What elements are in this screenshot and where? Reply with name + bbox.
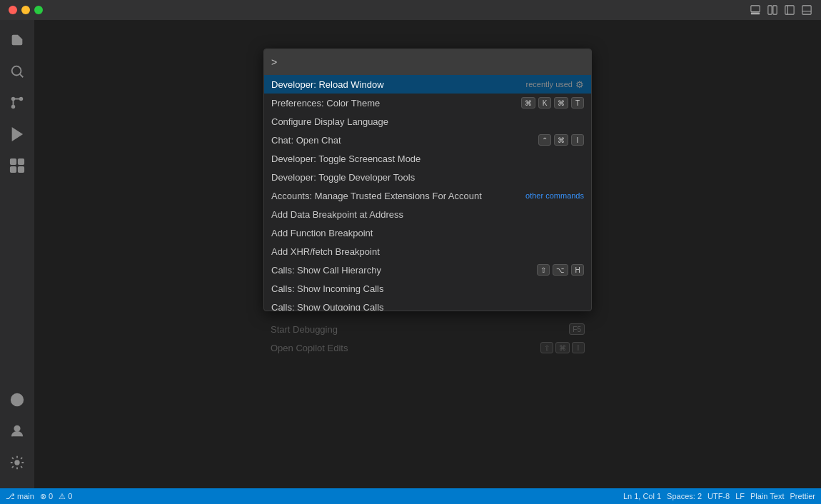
- palette-item-accounts-manage-trusted[interactable]: Accounts: Manage Trusted Extensions For …: [264, 186, 591, 205]
- sidebar-item-settings[interactable]: [3, 448, 31, 477]
- svg-point-8: [12, 66, 21, 76]
- ghost-command-label: Open Copilot Edits: [271, 343, 348, 353]
- palette-item-calls-show-call-hierarchy[interactable]: Calls: Show Call Hierarchy⇧⌥H: [264, 261, 591, 279]
- palette-input[interactable]: [280, 57, 584, 68]
- palette-item-calls-show-outgoing-calls[interactable]: Calls: Show Outgoing Calls: [264, 298, 591, 311]
- palette-item-add-data-breakpoint[interactable]: Add Data Breakpoint at Address: [264, 205, 591, 223]
- status-language[interactable]: Plain Text: [750, 492, 785, 500]
- palette-item-label: Add Function Breakpoint: [271, 228, 373, 238]
- other-commands-badge: other commands: [525, 191, 584, 200]
- sidebar-item-accounts[interactable]: [3, 417, 31, 445]
- maximize-button[interactable]: [34, 6, 43, 14]
- ghost-command: Open Copilot Edits⇧⌘I: [263, 338, 592, 357]
- sidebar-item-run[interactable]: [3, 120, 31, 148]
- palette-item-right: ⌃⌘I: [538, 134, 584, 146]
- status-errors[interactable]: ⊗ 0: [40, 492, 53, 501]
- ghost-command-kbd-group: F5: [569, 323, 585, 335]
- sidebar-item-remote[interactable]: [3, 385, 31, 414]
- ghost-kbd-key: ⇧: [540, 342, 553, 353]
- palette-item-label: Developer: Reload Window: [271, 79, 384, 90]
- keyboard-shortcut-key: ⇧: [537, 264, 550, 276]
- title-bar-actions: [750, 4, 812, 16]
- sidebar-item-search[interactable]: [3, 57, 31, 86]
- sidebar-item-explorer[interactable]: [3, 26, 31, 54]
- palette-item-developer-toggle-developer-tools[interactable]: Developer: Toggle Developer Tools: [264, 168, 591, 186]
- svg-rect-2: [768, 6, 772, 14]
- minimize-button[interactable]: [21, 6, 30, 14]
- palette-item-add-function-breakpoint[interactable]: Add Function Breakpoint: [264, 223, 591, 242]
- palette-item-label: Add Data Breakpoint at Address: [271, 209, 403, 220]
- svg-rect-17: [11, 167, 16, 172]
- palette-item-developer-reload-window[interactable]: Developer: Reload Windowrecently used⚙: [264, 75, 591, 94]
- svg-rect-0: [751, 6, 760, 12]
- palette-item-label: Chat: Open Chat: [271, 135, 341, 146]
- svg-rect-3: [773, 6, 777, 14]
- svg-line-9: [20, 74, 23, 77]
- activity-bar: [0, 20, 34, 488]
- main-layout: > Developer: Reload Windowrecently used⚙…: [0, 20, 821, 488]
- svg-rect-1: [751, 13, 760, 15]
- keyboard-shortcut-key: K: [538, 97, 551, 109]
- sidebar-item-source-control[interactable]: [3, 89, 31, 117]
- sidebar-item-extensions[interactable]: [3, 151, 31, 180]
- svg-rect-14: [11, 159, 16, 164]
- editor-area: > Developer: Reload Windowrecently used⚙…: [34, 20, 821, 488]
- palette-item-label: Add XHR/fetch Breakpoint: [271, 246, 380, 257]
- palette-item-right: recently used⚙: [526, 79, 584, 90]
- sidebar-icon[interactable]: [784, 4, 795, 16]
- palette-item-preferences-color-theme[interactable]: Preferences: Color Theme⌘K⌘T: [264, 94, 591, 112]
- title-bar: [0, 0, 821, 20]
- activity-bar-bottom: [3, 385, 31, 483]
- svg-marker-13: [13, 128, 22, 141]
- keyboard-shortcut-key: I: [571, 134, 584, 146]
- svg-point-12: [20, 98, 23, 101]
- keyboard-shortcut-key: ⌥: [553, 264, 568, 276]
- palette-item-right: other commands: [525, 191, 584, 200]
- palette-item-right: ⇧⌥H: [537, 264, 584, 276]
- keyboard-shortcut-key: T: [571, 97, 584, 109]
- svg-rect-4: [785, 6, 794, 14]
- palette-item-configure-display-language[interactable]: Configure Display Language: [264, 112, 591, 131]
- close-button[interactable]: [9, 6, 17, 14]
- palette-item-label: Accounts: Manage Trusted Extensions For …: [271, 191, 482, 201]
- status-formatter[interactable]: Prettier: [790, 492, 815, 500]
- ghost-kbd-key: ⌘: [555, 342, 570, 353]
- status-eol[interactable]: LF: [735, 492, 745, 500]
- palette-prefix: >: [271, 56, 277, 68]
- palette-item-label: Preferences: Color Theme: [271, 98, 380, 109]
- ghost-kbd-key: F5: [569, 323, 585, 335]
- command-palette: > Developer: Reload Windowrecently used⚙…: [263, 49, 592, 311]
- command-palette-overlay: > Developer: Reload Windowrecently used⚙…: [34, 20, 821, 488]
- ghost-command-kbd-group: ⇧⌘I: [540, 342, 585, 353]
- keyboard-shortcut-key: H: [571, 264, 584, 276]
- ghost-commands: Start DebuggingF5Open Copilot Edits⇧⌘I: [263, 317, 592, 357]
- svg-point-19: [14, 426, 19, 431]
- status-branch[interactable]: ⎇ main: [6, 492, 34, 501]
- status-warnings[interactable]: ⚠ 0: [59, 492, 72, 501]
- status-spaces[interactable]: Spaces: 2: [667, 492, 702, 500]
- gear-icon: ⚙: [575, 79, 584, 90]
- palette-item-chat-open-chat[interactable]: Chat: Open Chat⌃⌘I: [264, 131, 591, 149]
- palette-item-calls-show-incoming-calls[interactable]: Calls: Show Incoming Calls: [264, 279, 591, 298]
- split-editor-icon[interactable]: [767, 4, 778, 16]
- palette-input-row[interactable]: >: [264, 49, 591, 75]
- panel-icon[interactable]: [801, 4, 812, 16]
- ghost-command-label: Start Debugging: [271, 324, 338, 335]
- palette-item-developer-toggle-screencast[interactable]: Developer: Toggle Screencast Mode: [264, 149, 591, 168]
- keyboard-shortcut-key: ⌘: [521, 97, 535, 109]
- palette-item-label: Configure Display Language: [271, 116, 388, 127]
- svg-point-20: [15, 460, 19, 465]
- panel-layout-icon[interactable]: [750, 4, 761, 16]
- keyboard-shortcut-key: ⌘: [554, 97, 568, 109]
- svg-point-10: [12, 98, 15, 101]
- svg-rect-16: [19, 167, 24, 172]
- palette-item-label: Calls: Show Call Hierarchy: [271, 265, 381, 276]
- status-encoding[interactable]: UTF-8: [707, 492, 730, 500]
- status-bar: ⎇ main ⊗ 0 ⚠ 0 Ln 1, Col 1 Spaces: 2 UTF…: [0, 488, 821, 504]
- palette-item-label: Calls: Show Incoming Calls: [271, 283, 384, 294]
- ghost-kbd-key: I: [572, 342, 585, 353]
- palette-item-label: Developer: Toggle Screencast Mode: [271, 153, 420, 164]
- keyboard-shortcut-key: ⌃: [538, 134, 551, 146]
- palette-item-add-xhr-fetch-breakpoint[interactable]: Add XHR/fetch Breakpoint: [264, 242, 591, 261]
- status-cursor[interactable]: Ln 1, Col 1: [623, 492, 661, 500]
